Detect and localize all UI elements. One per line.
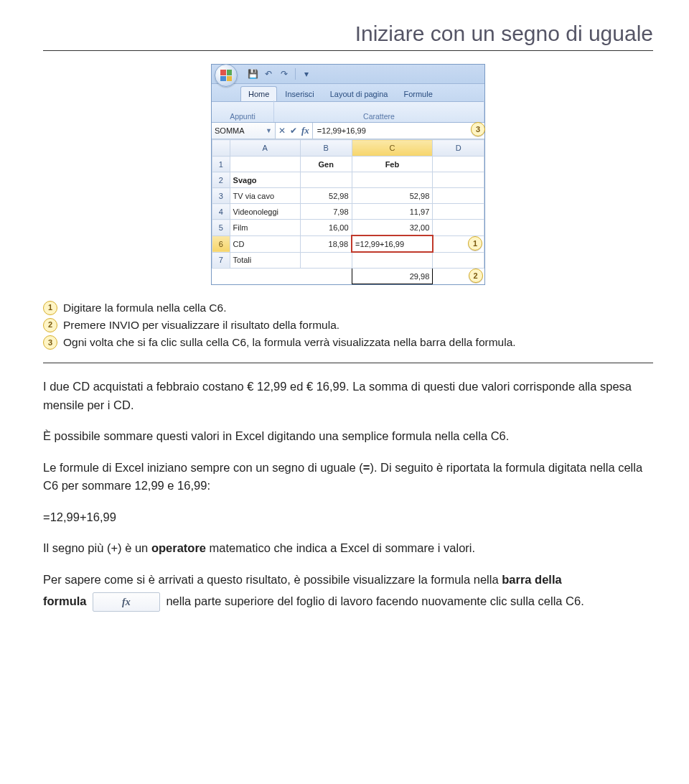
fx-icon[interactable]: fx [301, 125, 309, 136]
ribbon-group-clipboard: Appunti [212, 101, 274, 122]
col-header-a[interactable]: A [230, 140, 300, 157]
cell[interactable] [230, 157, 300, 172]
row-header[interactable]: 2 [212, 172, 230, 188]
name-box[interactable]: SOMMA ▼ [212, 123, 276, 139]
paragraph: È possibile sommare questi valori in Exc… [43, 427, 653, 446]
enter-icon[interactable]: ✔ [290, 126, 297, 136]
row-header[interactable]: 5 [212, 220, 230, 236]
cell[interactable]: Totali [230, 252, 300, 269]
row-header[interactable]: 4 [212, 204, 230, 220]
fx-inline-icon: fx [93, 592, 160, 612]
cell[interactable]: 52,98 [300, 188, 352, 204]
formula-line: =12,99+16,99 [43, 508, 653, 527]
row-header[interactable]: 7 [212, 252, 230, 269]
cell[interactable]: 32,00 [352, 220, 433, 236]
ribbon-group-font: Carattere 3 [274, 101, 484, 122]
tab-home[interactable]: Home [240, 86, 277, 101]
cell[interactable] [433, 204, 484, 220]
save-icon[interactable]: 💾 [248, 69, 258, 79]
cancel-icon[interactable]: ✕ [278, 126, 286, 136]
col-header-b[interactable]: B [300, 140, 352, 157]
caption-num-1: 1 [43, 301, 57, 315]
cell[interactable]: Feb [352, 157, 433, 172]
office-logo-icon [220, 70, 232, 81]
cell[interactable] [433, 252, 484, 269]
figure-caption-list: 1Digitare la formula nella cella C6. 2Pr… [43, 299, 653, 363]
col-header-c[interactable]: C [352, 140, 433, 157]
page-title: Iniziare con un segno di uguale [43, 22, 653, 51]
cell[interactable]: 52,98 [352, 188, 433, 204]
paragraph: Le formule di Excel iniziano sempre con … [43, 459, 653, 495]
cell[interactable]: TV via cavo [230, 188, 300, 204]
row-header[interactable]: 3 [212, 188, 230, 204]
paragraph: I due CD acquistati a febbraio costano €… [43, 378, 653, 414]
paragraph: Per sapere come si è arrivati a questo r… [43, 571, 653, 589]
chevron-down-icon[interactable]: ▼ [266, 127, 272, 134]
cell[interactable] [352, 252, 433, 269]
callout-3: 3 [471, 122, 485, 136]
office-button[interactable] [215, 64, 238, 87]
body-text: I due CD acquistati a febbraio costano €… [43, 378, 653, 612]
cell[interactable] [433, 157, 484, 172]
col-header-d[interactable]: D [433, 140, 484, 157]
row-header[interactable]: 1 [212, 157, 230, 172]
callout-1: 1 [468, 236, 482, 251]
cell[interactable] [352, 172, 433, 188]
cell[interactable]: Gen [300, 157, 352, 172]
cell[interactable] [433, 172, 484, 188]
callout-2: 2 [469, 269, 483, 283]
result-cell: 29,98 [352, 269, 433, 284]
cell[interactable]: CD [230, 235, 300, 252]
paragraph: Il segno più (+) è un operatore matemati… [43, 539, 653, 558]
cell[interactable]: 1 [433, 235, 484, 252]
caption-num-3: 3 [43, 335, 57, 350]
cell[interactable]: Film [230, 220, 300, 236]
cell[interactable] [433, 188, 484, 204]
row-header[interactable]: 6 [212, 235, 230, 252]
ribbon-tabs: Home Inserisci Layout di pagina Formule [212, 84, 484, 102]
cell[interactable]: 16,00 [300, 220, 352, 236]
cell[interactable] [300, 172, 352, 188]
name-box-value: SOMMA [215, 126, 245, 135]
qat-dropdown-icon[interactable]: ▾ [301, 69, 311, 79]
cell[interactable]: Svago [230, 172, 300, 188]
formula-bar-value: =12,99+16,99 [317, 126, 366, 135]
cell[interactable]: 7,98 [300, 204, 352, 220]
redo-icon[interactable]: ↷ [279, 69, 289, 79]
spreadsheet-grid: A B C D 1 Gen Feb 2 Svago [212, 139, 484, 284]
active-cell-c6[interactable]: =12,99+16,99 [352, 235, 433, 252]
cell[interactable]: 18,98 [300, 235, 352, 252]
excel-screenshot: 💾 ↶ ↷ ▾ Home Inserisci Layout di pagina … [211, 64, 485, 285]
select-all-corner[interactable] [212, 140, 230, 157]
caption-text: Ogni volta che si fa clic sulla cella C6… [63, 334, 516, 351]
formula-bar[interactable]: =12,99+16,99 [313, 123, 484, 139]
tab-layout[interactable]: Layout di pagina [322, 86, 396, 101]
cell[interactable]: 11,97 [352, 204, 433, 220]
caption-text: Digitare la formula nella cella C6. [63, 299, 226, 317]
paragraph: formula fx nella parte superiore del fog… [43, 592, 653, 612]
caption-text: Premere INVIO per visualizzare il risult… [63, 317, 339, 334]
tab-inserisci[interactable]: Inserisci [277, 86, 322, 101]
cell[interactable]: Videonoleggi [230, 204, 300, 220]
tab-formule[interactable]: Formule [395, 86, 440, 101]
caption-num-2: 2 [43, 318, 57, 332]
cell[interactable] [300, 252, 352, 269]
cell[interactable] [433, 220, 484, 236]
undo-icon[interactable]: ↶ [263, 69, 273, 79]
